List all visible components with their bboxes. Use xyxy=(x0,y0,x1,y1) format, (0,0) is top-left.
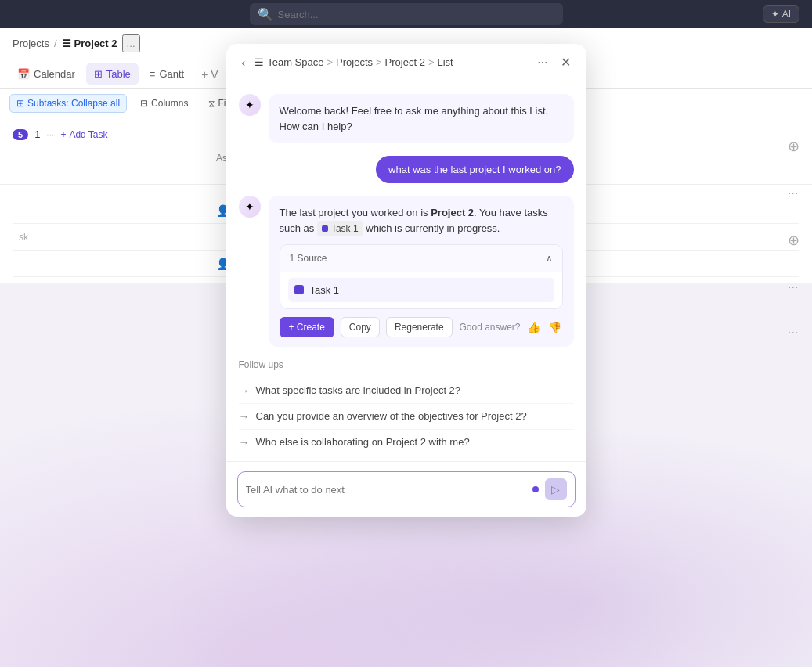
add-task-button-1[interactable]: + Add Task xyxy=(60,129,107,140)
source-body: Task 1 xyxy=(280,272,562,309)
breadcrumb-sep: / xyxy=(54,38,57,49)
top-bar: 🔍 ✦ AI xyxy=(0,0,812,28)
more-icon-right-3[interactable]: ··· xyxy=(788,326,799,340)
panel-back-button[interactable]: ‹ xyxy=(239,55,249,70)
followup-item-3[interactable]: → Who else is collaborating on Project 2… xyxy=(239,430,574,455)
user-message: what was the last project I worked on? xyxy=(239,156,574,183)
more-icon-right-2[interactable]: ··· xyxy=(788,280,799,294)
ai-panel: ‹ ☰ Team Space > Projects > Project 2 > … xyxy=(226,44,586,517)
input-dot xyxy=(532,486,539,492)
breadcrumb-project: ☰ Project 2 xyxy=(62,38,117,49)
tab-add-button[interactable]: + V xyxy=(195,65,224,84)
add-icon-right-2[interactable]: ⊕ xyxy=(788,232,799,249)
followup-item-2[interactable]: → Can you provide an overview of the obj… xyxy=(239,404,574,430)
arrow-icon-2: → xyxy=(239,410,250,423)
panel-close-button[interactable]: ✕ xyxy=(558,53,574,71)
section-count: 1 xyxy=(34,128,40,140)
source-card: 1 Source ∧ Task 1 xyxy=(280,244,563,310)
ai-welcome-message: ✦ Welcome back! Feel free to ask me anyt… xyxy=(239,94,574,143)
search-icon: 🔍 xyxy=(258,7,273,22)
ai-response-content: The last project you worked on is Projec… xyxy=(269,196,574,347)
task-indicator xyxy=(294,285,304,294)
task-chip: Task 1 xyxy=(317,221,363,236)
feedback-row: Good answer? 👍 👎 xyxy=(459,319,562,335)
arrow-icon-3: → xyxy=(239,436,250,449)
ai-input-wrapper: ▷ xyxy=(237,471,576,507)
filter-icon: ⧖ xyxy=(208,98,215,109)
panel-more-button[interactable]: ··· xyxy=(534,54,550,71)
ai-avatar-1: ✦ xyxy=(239,94,261,116)
ai-response-message: ✦ The last project you worked on is Proj… xyxy=(239,196,574,347)
panel-breadcrumb: ☰ Team Space > Projects > Project 2 > Li… xyxy=(254,56,528,68)
section-more[interactable]: ··· xyxy=(46,129,54,140)
ai-avatar-2: ✦ xyxy=(239,196,261,218)
regenerate-button[interactable]: Regenerate xyxy=(386,317,453,337)
breadcrumb-more-button[interactable]: ... xyxy=(122,34,140,52)
ai-input[interactable] xyxy=(246,484,526,496)
create-button[interactable]: + Create xyxy=(280,317,334,337)
search-bar[interactable]: 🔍 xyxy=(250,3,563,25)
copy-button[interactable]: Copy xyxy=(341,317,380,337)
right-actions: ⊕ ··· ⊕ ··· ··· xyxy=(788,138,799,340)
chip-dot xyxy=(322,225,328,232)
panel-messages: ✦ Welcome back! Feel free to ask me anyt… xyxy=(226,81,586,359)
list-icon: ☰ xyxy=(62,38,71,49)
send-button[interactable]: ▷ xyxy=(545,478,567,500)
thumbs-down-button[interactable]: 👎 xyxy=(547,319,563,335)
user-bubble: what was the last project I worked on? xyxy=(376,156,573,183)
table-icon: ⊞ xyxy=(94,68,103,80)
more-icon-right-1[interactable]: ··· xyxy=(788,186,799,200)
add-icon-right-1[interactable]: ⊕ xyxy=(788,138,799,155)
arrow-icon-1: → xyxy=(239,384,250,397)
calendar-icon: 📅 xyxy=(17,68,30,80)
app-area: Projects / ☰ Project 2 ... 📅 Calendar ⊞ … xyxy=(0,28,812,667)
section-badge: 5 xyxy=(13,129,28,140)
ai-response-bubble: The last project you worked on is Projec… xyxy=(269,196,574,347)
chevron-up-icon: ∧ xyxy=(546,251,553,265)
thumbs-up-button[interactable]: 👍 xyxy=(525,319,542,335)
tab-gantt[interactable]: ≡ Gantt xyxy=(142,63,192,85)
ai-button[interactable]: ✦ AI xyxy=(763,5,799,23)
followups-section: Follow ups → What specific tasks are inc… xyxy=(226,359,586,461)
tab-calendar[interactable]: 📅 Calendar xyxy=(9,63,83,85)
followup-item-1[interactable]: → What specific tasks are included in Pr… xyxy=(239,378,574,404)
task-name-2: sk xyxy=(13,232,216,243)
followups-label: Follow ups xyxy=(239,359,574,370)
search-input[interactable] xyxy=(278,9,555,20)
plus-icon: + xyxy=(60,129,66,140)
ai-welcome-bubble: Welcome back! Feel free to ask me anythi… xyxy=(269,94,574,143)
subtasks-icon: ⊞ xyxy=(16,98,24,109)
columns-icon: ⊟ xyxy=(140,98,148,109)
breadcrumb-projects[interactable]: Projects xyxy=(13,38,49,49)
columns-button[interactable]: ⊟ Columns xyxy=(133,94,195,113)
panel-header: ‹ ☰ Team Space > Projects > Project 2 > … xyxy=(226,44,586,81)
sparkle-icon: ✦ xyxy=(771,9,779,20)
panel-input-area: ▷ xyxy=(226,461,586,517)
source-header[interactable]: 1 Source ∧ xyxy=(280,245,562,272)
gantt-icon: ≡ xyxy=(150,68,156,80)
tab-table[interactable]: ⊞ Table xyxy=(86,63,139,85)
panel-breadcrumb-icon: ☰ xyxy=(254,56,264,68)
subtasks-button[interactable]: ⊞ Subtasks: Collapse all xyxy=(9,94,127,113)
action-row: + Create Copy Regenerate Good answer? 👍 … xyxy=(280,317,563,337)
source-task-row: Task 1 xyxy=(288,278,554,303)
